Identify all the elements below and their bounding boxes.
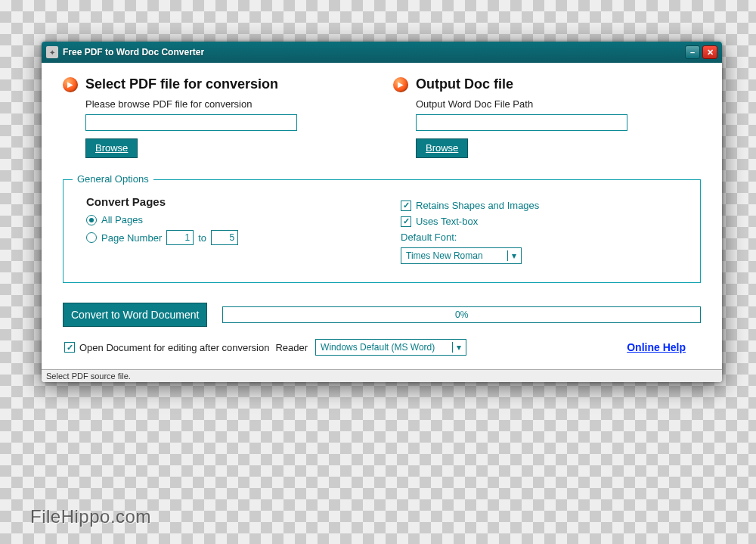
- close-button[interactable]: ✕: [702, 45, 717, 59]
- all-pages-label: All Pages: [101, 214, 143, 225]
- uses-textbox-label: Uses Text-box: [416, 216, 478, 227]
- progress-bar: 0%: [222, 306, 701, 323]
- page-from-input[interactable]: [166, 230, 194, 245]
- page-number-label: Page Number: [101, 232, 162, 244]
- convert-button[interactable]: Convert to Word Document: [63, 303, 207, 327]
- browse-input-button[interactable]: Browse: [85, 138, 138, 158]
- retain-shapes-label: Retains Shapes and Images: [416, 200, 539, 211]
- uses-textbox-checkbox[interactable]: [401, 216, 411, 227]
- titlebar: ✦ Free PDF to Word Doc Converter – ✕: [42, 42, 722, 63]
- actions-row: Convert to Word Document 0%: [63, 303, 701, 327]
- arrow-bullet-icon: ▶: [63, 77, 78, 92]
- browse-output-button[interactable]: Browse: [416, 138, 468, 158]
- retain-shapes-row[interactable]: Retains Shapes and Images: [401, 200, 685, 211]
- app-icon: ✦: [46, 46, 58, 58]
- minimize-button[interactable]: –: [685, 45, 700, 59]
- chevron-down-icon: ▾: [452, 342, 463, 353]
- arrow-bullet-icon: ▶: [393, 77, 408, 92]
- format-options-column: Retains Shapes and Images Uses Text-box …: [401, 195, 685, 264]
- watermark: FileHippo.com: [30, 506, 151, 527]
- uses-textbox-row[interactable]: Uses Text-box: [401, 216, 685, 227]
- page-range-radio[interactable]: [86, 232, 97, 243]
- all-pages-radio-row[interactable]: All Pages: [86, 214, 370, 225]
- input-section-subtitle: Please browse PDF file for conversion: [85, 98, 370, 110]
- app-window: ✦ Free PDF to Word Doc Converter – ✕ ▶ S…: [42, 42, 722, 382]
- status-text: Select PDF source file.: [46, 371, 131, 381]
- progress-text: 0%: [455, 309, 468, 320]
- reader-value: Windows Default (MS Word): [321, 342, 435, 353]
- default-font-select[interactable]: Times New Roman ▾: [401, 247, 522, 264]
- page-range-radio-row[interactable]: Page Number to: [86, 230, 370, 245]
- output-section-subtitle: Output Word Doc File Path: [416, 98, 701, 110]
- open-after-label: Open Document for editing after conversi…: [79, 342, 269, 353]
- open-after-checkbox[interactable]: [64, 342, 75, 353]
- default-font-label: Default Font:: [401, 232, 685, 243]
- content-area: ▶ Select PDF file for conversion Please …: [42, 63, 722, 369]
- general-options-group: General Options Convert Pages All Pages …: [63, 179, 701, 283]
- input-pdf-path-field[interactable]: [85, 114, 297, 131]
- input-section: ▶ Select PDF file for conversion Please …: [63, 76, 370, 158]
- page-to-input[interactable]: [211, 230, 238, 245]
- online-help-link[interactable]: Online Help: [627, 341, 686, 353]
- reader-select[interactable]: Windows Default (MS Word) ▾: [315, 339, 466, 356]
- input-section-title: Select PDF file for conversion: [85, 76, 278, 92]
- convert-pages-title: Convert Pages: [86, 195, 370, 208]
- general-options-legend: General Options: [73, 173, 153, 185]
- bottom-row: Open Document for editing after conversi…: [64, 339, 701, 356]
- chevron-down-icon: ▾: [507, 250, 518, 261]
- reader-label: Reader: [275, 342, 308, 353]
- convert-pages-column: Convert Pages All Pages Page Number to: [86, 195, 370, 264]
- retain-shapes-checkbox[interactable]: [401, 201, 411, 211]
- default-font-value: Times New Roman: [406, 250, 483, 261]
- output-section-title: Output Doc file: [416, 76, 513, 92]
- all-pages-radio[interactable]: [86, 215, 97, 225]
- output-section: ▶ Output Doc file Output Word Doc File P…: [393, 76, 701, 158]
- window-title: Free PDF to Word Doc Converter: [63, 47, 683, 58]
- page-to-label: to: [198, 232, 206, 244]
- output-doc-path-field[interactable]: [416, 114, 627, 131]
- status-bar: Select PDF source file.: [42, 369, 722, 382]
